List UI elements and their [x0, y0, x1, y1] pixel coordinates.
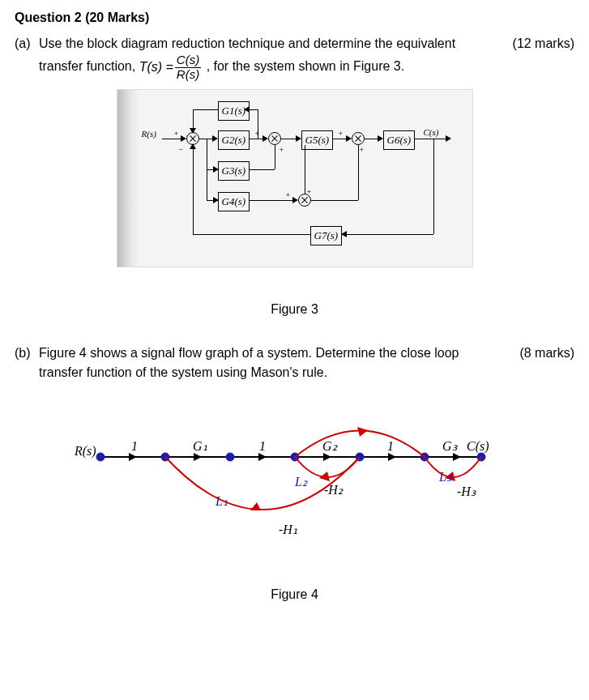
part-a-text: Use the block diagram reduction techniqu… [39, 34, 502, 81]
part-b-label: (b) [15, 344, 39, 382]
line-sj2-g5 [281, 139, 297, 139]
figure-4-container: R(s) 1 G₁ 1 G₂ 1 G₃ C(s) L₁ L₂ L₃ -H₂ -H… [68, 392, 522, 570]
transfer-function: T(s) = C(s) R(s) [139, 53, 203, 81]
arc-top-arrow [357, 427, 368, 437]
sign-plus-sj3b: + [360, 143, 365, 156]
fwd-arrow-3 [258, 453, 267, 461]
node-r [96, 453, 105, 461]
sign-minus-sj1: − [179, 143, 184, 156]
tf-num: C(s) [175, 53, 201, 68]
sfg-label-h2: -H₂ [324, 483, 344, 497]
sfg-svg: R(s) 1 G₁ 1 G₂ 1 G₃ C(s) L₁ L₂ L₃ -H₂ -H… [68, 392, 522, 570]
sfg-label-h1: -H₁ [279, 523, 297, 536]
sfg-label-g3: G₃ [442, 439, 458, 453]
sfg-label-l3: L₃ [438, 470, 452, 484]
arrow-g1-to-sj1 [190, 128, 196, 134]
line-g5-down [305, 145, 305, 194]
sign-plus-sj4b: + [307, 186, 312, 198]
arc-h1-arrow [250, 502, 261, 510]
box-g3: G3(s) [218, 161, 250, 181]
arrow-in [181, 135, 186, 142]
box-g6: G6(s) [383, 130, 416, 150]
part-a-row: (a) Use the block diagram reduction tech… [15, 34, 574, 81]
block-diagram: R(s) + − G1(s) G2(s) G3(s) G4(s) + + [117, 89, 473, 267]
tf-lhs: T(s) = [139, 58, 173, 77]
fwd-arrow-1 [129, 453, 137, 461]
line-g3-out-h [250, 169, 275, 170]
line-g7-left [193, 234, 310, 235]
tf-fraction: C(s) R(s) [175, 53, 201, 81]
arrow-g5-in [296, 135, 301, 142]
part-a-marks: (12 marks) [502, 34, 574, 81]
line-sj4-up [358, 145, 359, 200]
part-a-label: (a) [15, 34, 39, 81]
sign-plus-sj3a: + [339, 127, 344, 139]
part-b-text: Figure 4 shows a signal flow graph of a … [39, 344, 502, 382]
box-g5: G5(s) [301, 130, 334, 150]
line-in [162, 139, 182, 139]
sfg-label-c: C(s) [467, 439, 489, 454]
line-g1-up [258, 109, 258, 139]
figure-4-caption: Figure 4 [15, 585, 574, 604]
question-header: Question 2 (20 Marks) [15, 8, 574, 28]
line-g1-left [250, 109, 258, 110]
line-fb-up [193, 145, 194, 234]
sfg-label-1c: 1 [387, 439, 394, 453]
sfg-label-1a: 1 [131, 439, 138, 453]
arrow-g1-in [244, 106, 250, 113]
figure-3-container: R(s) + − G1(s) G2(s) G3(s) G4(s) + + [15, 89, 574, 319]
line-sj4-right [311, 200, 358, 201]
fwd-arrow-4 [323, 453, 331, 461]
fwd-arrow-6 [453, 453, 461, 461]
arrow-sj2 [262, 135, 268, 142]
box-g4: G4(s) [218, 192, 250, 211]
arrow-sj3-in [346, 135, 352, 142]
arrow-c [446, 135, 451, 142]
label-r: R(s) [142, 127, 156, 141]
fwd-arrow-5 [388, 453, 396, 461]
line-fb-to-g7 [347, 234, 433, 235]
sfg-label-h3: -H₃ [457, 484, 476, 498]
sfg-label-l1: L₁ [215, 494, 228, 508]
fwd-arrow-2 [194, 453, 202, 461]
node-3 [226, 453, 234, 461]
tf-den: R(s) [175, 68, 201, 82]
part-b-row: (b) Figure 4 shows a signal flow graph o… [15, 344, 574, 382]
sign-plus-sj2b: + [280, 143, 284, 156]
label-c: C(s) [424, 126, 439, 139]
sign-plus-sj4a: + [286, 189, 291, 201]
part-b-marks: (8 marks) [502, 344, 574, 382]
bd-shade [117, 90, 140, 267]
arrow-g2 [212, 135, 218, 142]
sfg-label-g1: G₁ [193, 439, 207, 453]
arrow-g6-in [378, 135, 383, 142]
arrow-sj4-in [292, 197, 298, 203]
part-a-text-after: , for the system shown in Figure 3. [207, 59, 405, 73]
box-g7: G7(s) [310, 226, 343, 245]
figure-3-caption: Figure 3 [15, 300, 574, 319]
box-g2: G2(s) [218, 130, 250, 150]
sign-plus-sj1: + [174, 127, 179, 139]
arrow-fb-to-sj1 [190, 143, 196, 149]
line-fb-down [433, 139, 434, 234]
sfg-label-1b: 1 [259, 439, 266, 453]
arrow-g3-in [213, 166, 219, 173]
sfg-label-g2: G₂ [322, 439, 338, 453]
line-g1-out-h [193, 109, 218, 110]
arrow-g4-in [213, 197, 219, 203]
line-g3-out-v [275, 145, 275, 169]
sfg-label-l2: L₂ [294, 475, 308, 489]
sfg-label-r: R(s) [74, 444, 96, 459]
